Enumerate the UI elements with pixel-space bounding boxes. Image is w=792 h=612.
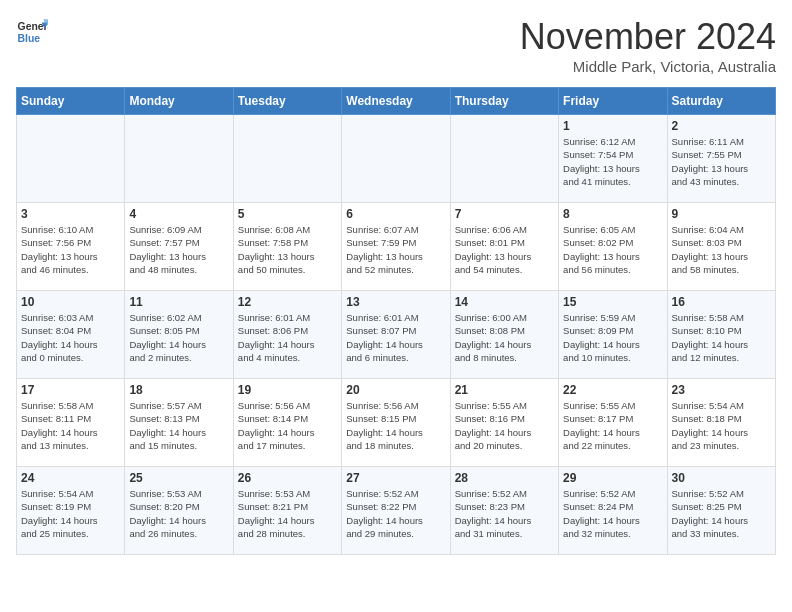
header-day-thursday: Thursday: [450, 88, 558, 115]
day-info: Sunrise: 6:05 AM Sunset: 8:02 PM Dayligh…: [563, 223, 662, 276]
day-number: 18: [129, 383, 228, 397]
calendar-cell: 6Sunrise: 6:07 AM Sunset: 7:59 PM Daylig…: [342, 203, 450, 291]
day-number: 16: [672, 295, 771, 309]
day-info: Sunrise: 6:06 AM Sunset: 8:01 PM Dayligh…: [455, 223, 554, 276]
location-subtitle: Middle Park, Victoria, Australia: [520, 58, 776, 75]
header-day-wednesday: Wednesday: [342, 88, 450, 115]
day-number: 23: [672, 383, 771, 397]
calendar-cell: 7Sunrise: 6:06 AM Sunset: 8:01 PM Daylig…: [450, 203, 558, 291]
day-info: Sunrise: 5:55 AM Sunset: 8:17 PM Dayligh…: [563, 399, 662, 452]
day-number: 15: [563, 295, 662, 309]
day-number: 4: [129, 207, 228, 221]
day-info: Sunrise: 5:53 AM Sunset: 8:20 PM Dayligh…: [129, 487, 228, 540]
day-number: 11: [129, 295, 228, 309]
day-number: 28: [455, 471, 554, 485]
day-number: 29: [563, 471, 662, 485]
day-number: 9: [672, 207, 771, 221]
calendar-cell: [450, 115, 558, 203]
calendar-cell: 18Sunrise: 5:57 AM Sunset: 8:13 PM Dayli…: [125, 379, 233, 467]
calendar-cell: 27Sunrise: 5:52 AM Sunset: 8:22 PM Dayli…: [342, 467, 450, 555]
day-info: Sunrise: 6:07 AM Sunset: 7:59 PM Dayligh…: [346, 223, 445, 276]
calendar-cell: [233, 115, 341, 203]
header-day-saturday: Saturday: [667, 88, 775, 115]
day-info: Sunrise: 5:52 AM Sunset: 8:24 PM Dayligh…: [563, 487, 662, 540]
calendar-cell: 24Sunrise: 5:54 AM Sunset: 8:19 PM Dayli…: [17, 467, 125, 555]
calendar-cell: 30Sunrise: 5:52 AM Sunset: 8:25 PM Dayli…: [667, 467, 775, 555]
header-day-sunday: Sunday: [17, 88, 125, 115]
calendar-cell: 17Sunrise: 5:58 AM Sunset: 8:11 PM Dayli…: [17, 379, 125, 467]
day-number: 12: [238, 295, 337, 309]
calendar-cell: 29Sunrise: 5:52 AM Sunset: 8:24 PM Dayli…: [559, 467, 667, 555]
day-number: 26: [238, 471, 337, 485]
calendar-cell: [125, 115, 233, 203]
calendar-cell: 22Sunrise: 5:55 AM Sunset: 8:17 PM Dayli…: [559, 379, 667, 467]
logo: General Blue: [16, 16, 48, 48]
calendar-cell: 2Sunrise: 6:11 AM Sunset: 7:55 PM Daylig…: [667, 115, 775, 203]
calendar-cell: 1Sunrise: 6:12 AM Sunset: 7:54 PM Daylig…: [559, 115, 667, 203]
calendar-cell: 20Sunrise: 5:56 AM Sunset: 8:15 PM Dayli…: [342, 379, 450, 467]
calendar-cell: 10Sunrise: 6:03 AM Sunset: 8:04 PM Dayli…: [17, 291, 125, 379]
calendar-week-3: 10Sunrise: 6:03 AM Sunset: 8:04 PM Dayli…: [17, 291, 776, 379]
day-number: 5: [238, 207, 337, 221]
svg-text:Blue: Blue: [18, 33, 41, 44]
day-info: Sunrise: 5:52 AM Sunset: 8:22 PM Dayligh…: [346, 487, 445, 540]
day-info: Sunrise: 5:58 AM Sunset: 8:10 PM Dayligh…: [672, 311, 771, 364]
calendar-cell: 13Sunrise: 6:01 AM Sunset: 8:07 PM Dayli…: [342, 291, 450, 379]
day-info: Sunrise: 6:02 AM Sunset: 8:05 PM Dayligh…: [129, 311, 228, 364]
title-block: November 2024 Middle Park, Victoria, Aus…: [520, 16, 776, 75]
day-info: Sunrise: 6:00 AM Sunset: 8:08 PM Dayligh…: [455, 311, 554, 364]
logo-icon: General Blue: [16, 16, 48, 48]
calendar-cell: 23Sunrise: 5:54 AM Sunset: 8:18 PM Dayli…: [667, 379, 775, 467]
calendar-cell: 3Sunrise: 6:10 AM Sunset: 7:56 PM Daylig…: [17, 203, 125, 291]
day-info: Sunrise: 6:12 AM Sunset: 7:54 PM Dayligh…: [563, 135, 662, 188]
day-number: 25: [129, 471, 228, 485]
day-number: 24: [21, 471, 120, 485]
day-info: Sunrise: 6:01 AM Sunset: 8:06 PM Dayligh…: [238, 311, 337, 364]
day-number: 14: [455, 295, 554, 309]
calendar-cell: 9Sunrise: 6:04 AM Sunset: 8:03 PM Daylig…: [667, 203, 775, 291]
day-number: 2: [672, 119, 771, 133]
calendar-cell: [342, 115, 450, 203]
calendar-cell: 15Sunrise: 5:59 AM Sunset: 8:09 PM Dayli…: [559, 291, 667, 379]
day-info: Sunrise: 5:54 AM Sunset: 8:18 PM Dayligh…: [672, 399, 771, 452]
calendar-week-1: 1Sunrise: 6:12 AM Sunset: 7:54 PM Daylig…: [17, 115, 776, 203]
day-number: 17: [21, 383, 120, 397]
calendar-cell: 21Sunrise: 5:55 AM Sunset: 8:16 PM Dayli…: [450, 379, 558, 467]
day-number: 1: [563, 119, 662, 133]
day-info: Sunrise: 6:08 AM Sunset: 7:58 PM Dayligh…: [238, 223, 337, 276]
day-info: Sunrise: 5:54 AM Sunset: 8:19 PM Dayligh…: [21, 487, 120, 540]
calendar-cell: 11Sunrise: 6:02 AM Sunset: 8:05 PM Dayli…: [125, 291, 233, 379]
day-number: 30: [672, 471, 771, 485]
calendar-cell: 4Sunrise: 6:09 AM Sunset: 7:57 PM Daylig…: [125, 203, 233, 291]
day-info: Sunrise: 5:59 AM Sunset: 8:09 PM Dayligh…: [563, 311, 662, 364]
day-info: Sunrise: 5:58 AM Sunset: 8:11 PM Dayligh…: [21, 399, 120, 452]
calendar-cell: 25Sunrise: 5:53 AM Sunset: 8:20 PM Dayli…: [125, 467, 233, 555]
day-number: 8: [563, 207, 662, 221]
calendar-header: SundayMondayTuesdayWednesdayThursdayFrid…: [17, 88, 776, 115]
calendar-cell: 19Sunrise: 5:56 AM Sunset: 8:14 PM Dayli…: [233, 379, 341, 467]
day-number: 6: [346, 207, 445, 221]
calendar-body: 1Sunrise: 6:12 AM Sunset: 7:54 PM Daylig…: [17, 115, 776, 555]
calendar-cell: 5Sunrise: 6:08 AM Sunset: 7:58 PM Daylig…: [233, 203, 341, 291]
calendar-cell: 14Sunrise: 6:00 AM Sunset: 8:08 PM Dayli…: [450, 291, 558, 379]
header-day-friday: Friday: [559, 88, 667, 115]
day-number: 13: [346, 295, 445, 309]
day-info: Sunrise: 5:55 AM Sunset: 8:16 PM Dayligh…: [455, 399, 554, 452]
day-info: Sunrise: 5:56 AM Sunset: 8:15 PM Dayligh…: [346, 399, 445, 452]
day-number: 19: [238, 383, 337, 397]
day-info: Sunrise: 5:53 AM Sunset: 8:21 PM Dayligh…: [238, 487, 337, 540]
calendar-cell: 26Sunrise: 5:53 AM Sunset: 8:21 PM Dayli…: [233, 467, 341, 555]
calendar-week-2: 3Sunrise: 6:10 AM Sunset: 7:56 PM Daylig…: [17, 203, 776, 291]
calendar-week-5: 24Sunrise: 5:54 AM Sunset: 8:19 PM Dayli…: [17, 467, 776, 555]
day-number: 10: [21, 295, 120, 309]
day-number: 21: [455, 383, 554, 397]
day-number: 22: [563, 383, 662, 397]
day-info: Sunrise: 6:01 AM Sunset: 8:07 PM Dayligh…: [346, 311, 445, 364]
day-info: Sunrise: 6:03 AM Sunset: 8:04 PM Dayligh…: [21, 311, 120, 364]
day-number: 7: [455, 207, 554, 221]
day-number: 3: [21, 207, 120, 221]
day-info: Sunrise: 6:09 AM Sunset: 7:57 PM Dayligh…: [129, 223, 228, 276]
day-info: Sunrise: 5:52 AM Sunset: 8:25 PM Dayligh…: [672, 487, 771, 540]
day-info: Sunrise: 6:10 AM Sunset: 7:56 PM Dayligh…: [21, 223, 120, 276]
calendar-week-4: 17Sunrise: 5:58 AM Sunset: 8:11 PM Dayli…: [17, 379, 776, 467]
